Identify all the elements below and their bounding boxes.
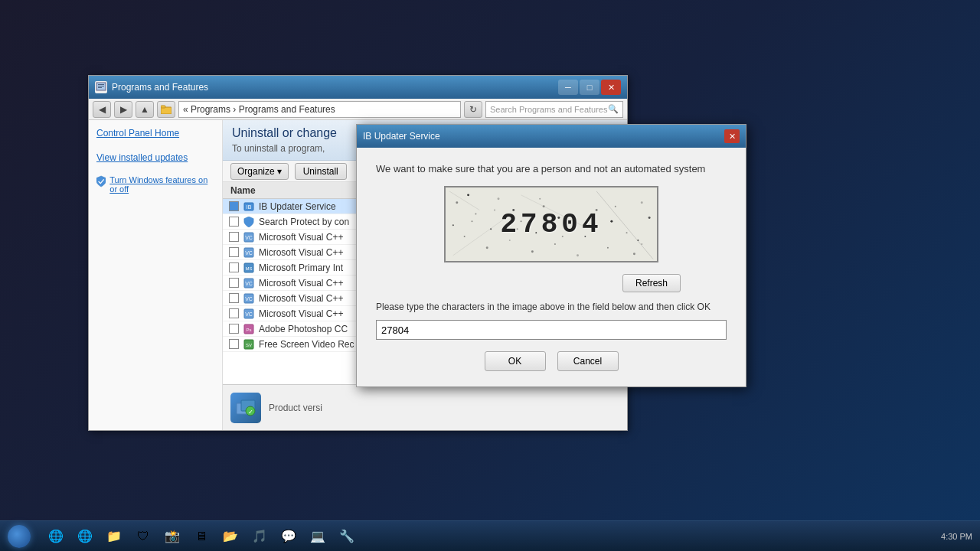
ib-dialog-body: We want to make sure that you are a pers…	[357, 148, 746, 386]
svg-point-63	[539, 198, 541, 200]
svg-point-46	[452, 224, 454, 226]
svg-point-41	[531, 250, 534, 253]
svg-point-66	[615, 206, 616, 207]
ib-dialog-buttons: OK Cancel	[376, 351, 727, 371]
ib-dialog-message: We want to make sure that you are a pers…	[376, 163, 727, 174]
svg-point-43	[577, 254, 579, 256]
dialog-overlay: IB Updater Service ✕ We want to make sur…	[0, 0, 980, 551]
svg-point-31	[498, 197, 500, 200]
svg-point-29	[456, 201, 458, 204]
svg-point-39	[486, 246, 488, 249]
svg-point-60	[472, 220, 473, 222]
ib-updater-dialog: IB Updater Service ✕ We want to make sur…	[356, 124, 746, 387]
svg-point-67	[641, 243, 642, 245]
dialog-ok-button[interactable]: OK	[485, 351, 546, 371]
refresh-row: Refresh	[376, 274, 727, 292]
captcha-refresh-button[interactable]: Refresh	[622, 274, 681, 292]
captcha-image: 27804	[444, 186, 658, 262]
svg-point-61	[494, 210, 495, 211]
svg-point-45	[633, 253, 635, 255]
dialog-close-button[interactable]: ✕	[724, 129, 740, 143]
svg-point-44	[607, 247, 609, 249]
desktop: Programs and Features ─ □ ✕ ◀ ▶ ▲ « Prog…	[0, 0, 980, 551]
ib-titlebar: IB Updater Service ✕	[357, 125, 746, 148]
svg-point-37	[641, 201, 643, 204]
svg-point-42	[554, 243, 556, 245]
svg-point-38	[464, 236, 466, 237]
svg-point-47	[467, 194, 469, 196]
dialog-cancel-button[interactable]: Cancel	[557, 351, 619, 371]
ib-instruction: Please type the characters in the image …	[376, 302, 727, 312]
captcha-input[interactable]	[376, 320, 727, 340]
svg-point-53	[610, 220, 612, 223]
ib-dialog-title: IB Updater Service	[363, 131, 440, 142]
svg-point-55	[648, 217, 651, 219]
svg-point-30	[475, 214, 476, 215]
captcha-text: 27804	[500, 209, 602, 240]
svg-point-36	[626, 232, 628, 233]
